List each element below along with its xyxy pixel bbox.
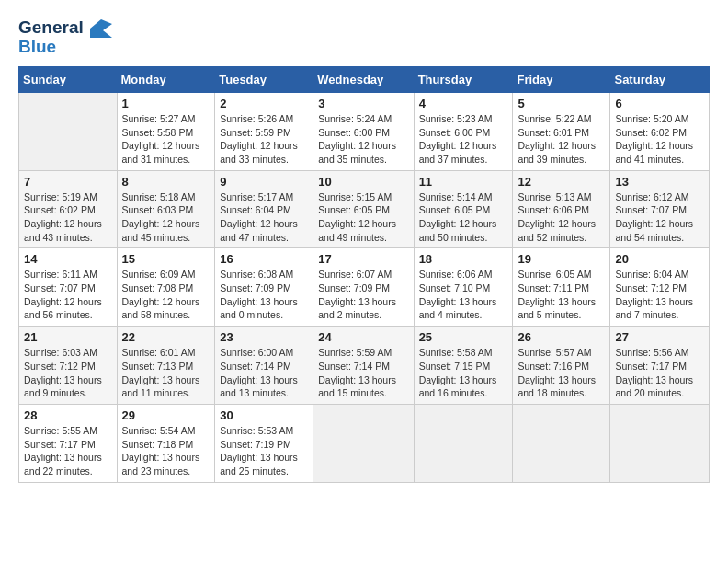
calendar-cell: 12Sunrise: 5:13 AM Sunset: 6:06 PM Dayli…	[513, 170, 610, 248]
day-number: 14	[24, 252, 112, 266]
calendar-cell	[19, 92, 118, 170]
day-info: Sunrise: 6:11 AM Sunset: 7:07 PM Dayligh…	[24, 268, 112, 322]
day-info: Sunrise: 5:54 AM Sunset: 7:18 PM Dayligh…	[122, 424, 210, 478]
calendar-cell: 10Sunrise: 5:15 AM Sunset: 6:05 PM Dayli…	[313, 170, 414, 248]
calendar-week-1: 1Sunrise: 5:27 AM Sunset: 5:58 PM Daylig…	[19, 92, 710, 170]
calendar-cell: 11Sunrise: 5:14 AM Sunset: 6:05 PM Dayli…	[414, 170, 513, 248]
day-number: 20	[615, 252, 704, 266]
day-number: 30	[220, 408, 308, 422]
day-header-sunday: Sunday	[19, 66, 118, 92]
day-number: 12	[518, 175, 605, 189]
day-info: Sunrise: 5:19 AM Sunset: 6:02 PM Dayligh…	[24, 190, 112, 245]
calendar-cell: 14Sunrise: 6:11 AM Sunset: 7:07 PM Dayli…	[19, 248, 118, 327]
day-number: 4	[419, 97, 508, 110]
calendar-week-2: 7Sunrise: 5:19 AM Sunset: 6:02 PM Daylig…	[19, 170, 710, 248]
logo-general: General	[18, 17, 84, 37]
calendar-cell: 17Sunrise: 6:07 AM Sunset: 7:09 PM Dayli…	[313, 248, 414, 327]
logo-blue: Blue	[18, 38, 112, 57]
day-info: Sunrise: 6:08 AM Sunset: 7:09 PM Dayligh…	[220, 268, 308, 322]
day-info: Sunrise: 5:20 AM Sunset: 6:02 PM Dayligh…	[615, 112, 704, 167]
day-header-monday: Monday	[117, 66, 215, 92]
calendar-cell	[414, 404, 513, 482]
calendar-cell: 18Sunrise: 6:06 AM Sunset: 7:10 PM Dayli…	[414, 248, 513, 327]
calendar-cell: 8Sunrise: 5:18 AM Sunset: 6:03 PM Daylig…	[117, 170, 215, 248]
day-number: 24	[318, 330, 408, 344]
calendar-cell: 2Sunrise: 5:26 AM Sunset: 5:59 PM Daylig…	[215, 92, 313, 170]
day-number: 15	[122, 252, 210, 266]
day-header-thursday: Thursday	[414, 66, 513, 92]
calendar-cell: 21Sunrise: 6:03 AM Sunset: 7:12 PM Dayli…	[19, 327, 118, 405]
calendar-cell: 30Sunrise: 5:53 AM Sunset: 7:19 PM Dayli…	[215, 404, 313, 482]
day-number: 28	[24, 408, 112, 422]
day-number: 11	[419, 175, 508, 189]
day-info: Sunrise: 6:04 AM Sunset: 7:12 PM Dayligh…	[615, 268, 704, 322]
calendar-cell: 28Sunrise: 5:55 AM Sunset: 7:17 PM Dayli…	[19, 404, 118, 482]
day-info: Sunrise: 5:56 AM Sunset: 7:17 PM Dayligh…	[615, 346, 704, 400]
calendar-cell: 16Sunrise: 6:08 AM Sunset: 7:09 PM Dayli…	[215, 248, 313, 327]
calendar-cell: 23Sunrise: 6:00 AM Sunset: 7:14 PM Dayli…	[215, 327, 313, 405]
day-number: 3	[318, 97, 408, 110]
day-info: Sunrise: 5:15 AM Sunset: 6:05 PM Dayligh…	[318, 190, 408, 245]
day-info: Sunrise: 5:18 AM Sunset: 6:03 PM Dayligh…	[122, 190, 210, 245]
day-info: Sunrise: 6:01 AM Sunset: 7:13 PM Dayligh…	[122, 346, 210, 400]
day-info: Sunrise: 5:22 AM Sunset: 6:01 PM Dayligh…	[518, 112, 605, 167]
page-header: General Blue	[18, 18, 710, 57]
day-info: Sunrise: 6:07 AM Sunset: 7:09 PM Dayligh…	[318, 268, 408, 322]
day-number: 10	[318, 175, 408, 189]
calendar-cell	[313, 404, 414, 482]
day-number: 18	[419, 252, 508, 266]
day-info: Sunrise: 6:00 AM Sunset: 7:14 PM Dayligh…	[220, 346, 308, 400]
day-info: Sunrise: 5:17 AM Sunset: 6:04 PM Dayligh…	[220, 190, 308, 245]
calendar-cell: 9Sunrise: 5:17 AM Sunset: 6:04 PM Daylig…	[215, 170, 313, 248]
calendar-cell: 3Sunrise: 5:24 AM Sunset: 6:00 PM Daylig…	[313, 92, 414, 170]
day-number: 7	[24, 175, 112, 189]
calendar-cell: 24Sunrise: 5:59 AM Sunset: 7:14 PM Dayli…	[313, 327, 414, 405]
calendar-cell: 27Sunrise: 5:56 AM Sunset: 7:17 PM Dayli…	[610, 327, 710, 405]
day-info: Sunrise: 6:12 AM Sunset: 7:07 PM Dayligh…	[615, 190, 704, 245]
day-info: Sunrise: 5:55 AM Sunset: 7:17 PM Dayligh…	[24, 424, 112, 478]
day-number: 26	[518, 330, 605, 344]
calendar-cell: 13Sunrise: 6:12 AM Sunset: 7:07 PM Dayli…	[610, 170, 710, 248]
day-header-wednesday: Wednesday	[313, 66, 414, 92]
day-number: 6	[615, 97, 704, 110]
day-number: 16	[220, 252, 308, 266]
calendar-cell: 26Sunrise: 5:57 AM Sunset: 7:16 PM Dayli…	[513, 327, 610, 405]
day-number: 9	[220, 175, 308, 189]
day-info: Sunrise: 5:13 AM Sunset: 6:06 PM Dayligh…	[518, 190, 605, 245]
day-info: Sunrise: 5:27 AM Sunset: 5:58 PM Dayligh…	[122, 112, 210, 167]
calendar-cell: 4Sunrise: 5:23 AM Sunset: 6:00 PM Daylig…	[414, 92, 513, 170]
day-number: 27	[615, 330, 704, 344]
logo-bird-icon	[90, 19, 112, 38]
logo: General Blue	[18, 18, 112, 57]
calendar-cell: 1Sunrise: 5:27 AM Sunset: 5:58 PM Daylig…	[117, 92, 215, 170]
day-number: 22	[122, 330, 210, 344]
day-info: Sunrise: 6:05 AM Sunset: 7:11 PM Dayligh…	[518, 268, 605, 322]
day-info: Sunrise: 6:03 AM Sunset: 7:12 PM Dayligh…	[24, 346, 112, 400]
calendar-cell	[513, 404, 610, 482]
day-header-friday: Friday	[513, 66, 610, 92]
calendar-cell: 6Sunrise: 5:20 AM Sunset: 6:02 PM Daylig…	[610, 92, 710, 170]
calendar-cell: 29Sunrise: 5:54 AM Sunset: 7:18 PM Dayli…	[117, 404, 215, 482]
day-header-tuesday: Tuesday	[215, 66, 313, 92]
calendar-header: SundayMondayTuesdayWednesdayThursdayFrid…	[19, 66, 710, 92]
day-info: Sunrise: 5:58 AM Sunset: 7:15 PM Dayligh…	[419, 346, 508, 400]
day-info: Sunrise: 5:59 AM Sunset: 7:14 PM Dayligh…	[318, 346, 408, 400]
day-number: 1	[122, 97, 210, 110]
calendar-cell: 22Sunrise: 6:01 AM Sunset: 7:13 PM Dayli…	[117, 327, 215, 405]
day-number: 17	[318, 252, 408, 266]
calendar-cell: 25Sunrise: 5:58 AM Sunset: 7:15 PM Dayli…	[414, 327, 513, 405]
calendar-week-3: 14Sunrise: 6:11 AM Sunset: 7:07 PM Dayli…	[19, 248, 710, 327]
calendar-week-5: 28Sunrise: 5:55 AM Sunset: 7:17 PM Dayli…	[19, 404, 710, 482]
day-info: Sunrise: 6:09 AM Sunset: 7:08 PM Dayligh…	[122, 268, 210, 322]
day-info: Sunrise: 6:06 AM Sunset: 7:10 PM Dayligh…	[419, 268, 508, 322]
day-info: Sunrise: 5:24 AM Sunset: 6:00 PM Dayligh…	[318, 112, 408, 167]
day-info: Sunrise: 5:14 AM Sunset: 6:05 PM Dayligh…	[419, 190, 508, 245]
calendar-week-4: 21Sunrise: 6:03 AM Sunset: 7:12 PM Dayli…	[19, 327, 710, 405]
day-number: 8	[122, 175, 210, 189]
calendar-cell: 20Sunrise: 6:04 AM Sunset: 7:12 PM Dayli…	[610, 248, 710, 327]
calendar-table: SundayMondayTuesdayWednesdayThursdayFrid…	[18, 66, 710, 483]
calendar-cell: 5Sunrise: 5:22 AM Sunset: 6:01 PM Daylig…	[513, 92, 610, 170]
day-info: Sunrise: 5:53 AM Sunset: 7:19 PM Dayligh…	[220, 424, 308, 478]
day-info: Sunrise: 5:57 AM Sunset: 7:16 PM Dayligh…	[518, 346, 605, 400]
calendar-cell	[610, 404, 710, 482]
